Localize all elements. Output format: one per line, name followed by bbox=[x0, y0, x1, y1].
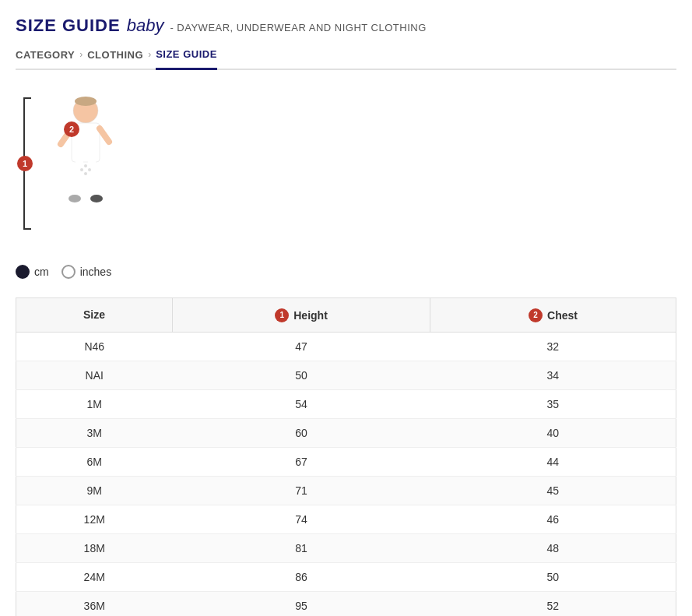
height-col-badge: 1 bbox=[275, 308, 289, 322]
height-badge: 1 bbox=[17, 156, 33, 171]
cell-chest: 52 bbox=[430, 591, 676, 616]
svg-line-4 bbox=[100, 128, 109, 142]
breadcrumb-item-clothing[interactable]: CLOTHING bbox=[87, 49, 143, 61]
table-row: 12M7446 bbox=[16, 505, 676, 533]
cell-chest: 45 bbox=[430, 476, 676, 505]
breadcrumb: CATEGORY › CLOTHING › SIZE GUIDE bbox=[16, 48, 676, 70]
image-measurement-area: 1 bbox=[16, 93, 676, 249]
inches-radio[interactable] bbox=[61, 265, 76, 279]
svg-line-6 bbox=[92, 162, 95, 195]
cm-radio[interactable] bbox=[16, 265, 30, 279]
table-header-row: Size 1 Height 2 Chest bbox=[16, 298, 676, 333]
title-size-guide: SIZE GUIDE bbox=[16, 16, 121, 36]
page-wrapper: SIZE GUIDE baby - DAYWEAR, UNDERWEAR AND… bbox=[0, 0, 692, 616]
size-table: Size 1 Height 2 Chest N464732NAI50341M54… bbox=[16, 297, 676, 616]
cell-size: 3M bbox=[16, 418, 173, 447]
col-header-height-icon: 1 Height bbox=[275, 308, 328, 322]
chevron-icon: › bbox=[79, 49, 83, 60]
breadcrumb-item-category[interactable]: CATEGORY bbox=[16, 49, 75, 61]
svg-point-11 bbox=[84, 172, 87, 175]
cell-size: 12M bbox=[16, 505, 173, 533]
col-header-size: Size bbox=[16, 298, 173, 333]
table-body: N464732NAI50341M54353M60406M67449M714512… bbox=[16, 332, 676, 616]
svg-point-10 bbox=[80, 168, 83, 171]
cell-size: 1M bbox=[16, 389, 173, 418]
col-header-chest-icon: 2 Chest bbox=[529, 308, 578, 322]
col-header-chest: 2 Chest bbox=[430, 298, 676, 333]
inches-option[interactable]: inches bbox=[61, 265, 111, 279]
chest-col-badge: 2 bbox=[529, 308, 543, 322]
cell-height: 47 bbox=[172, 332, 430, 361]
breadcrumb-item-size-guide[interactable]: SIZE GUIDE bbox=[156, 48, 217, 70]
table-row: 6M6744 bbox=[16, 447, 676, 476]
table-row: 9M7145 bbox=[16, 476, 676, 505]
cell-size: 18M bbox=[16, 533, 173, 562]
cell-chest: 48 bbox=[430, 533, 676, 562]
cell-chest: 35 bbox=[430, 389, 676, 418]
page-title-area: SIZE GUIDE baby - DAYWEAR, UNDERWEAR AND… bbox=[16, 16, 676, 36]
title-baby: baby bbox=[127, 16, 164, 36]
col-header-size-label: Size bbox=[83, 308, 105, 321]
measurement-image-container: 1 bbox=[16, 93, 140, 249]
cell-chest: 40 bbox=[430, 418, 676, 447]
svg-point-9 bbox=[84, 164, 87, 167]
cell-chest: 34 bbox=[430, 361, 676, 389]
table-header: Size 1 Height 2 Chest bbox=[16, 298, 676, 333]
cell-height: 54 bbox=[172, 389, 430, 418]
cell-size: 6M bbox=[16, 447, 173, 476]
cell-height: 60 bbox=[172, 418, 430, 447]
inches-label: inches bbox=[80, 266, 111, 278]
table-row: 18M8148 bbox=[16, 533, 676, 562]
svg-point-8 bbox=[90, 195, 103, 202]
cell-chest: 46 bbox=[430, 505, 676, 533]
cm-option[interactable]: cm bbox=[16, 265, 49, 279]
cell-chest: 32 bbox=[430, 332, 676, 361]
col-header-chest-label: Chest bbox=[547, 309, 578, 322]
cell-height: 67 bbox=[172, 447, 430, 476]
bracket-top bbox=[23, 97, 31, 99]
col-header-height: 1 Height bbox=[172, 298, 430, 333]
table-row: 3M6040 bbox=[16, 418, 676, 447]
table-row: N464732 bbox=[16, 332, 676, 361]
table-row: 24M8650 bbox=[16, 562, 676, 591]
unit-toggle: cm inches bbox=[16, 265, 676, 279]
table-row: NAI5034 bbox=[16, 361, 676, 389]
title-subtitle: - DAYWEAR, UNDERWEAR AND NIGHT CLOTHING bbox=[170, 22, 426, 33]
svg-point-7 bbox=[68, 195, 81, 202]
cell-size: N46 bbox=[16, 332, 173, 361]
svg-line-5 bbox=[76, 162, 79, 195]
cell-chest: 44 bbox=[430, 447, 676, 476]
cell-size: 36M bbox=[16, 591, 173, 616]
table-row: 1M5435 bbox=[16, 389, 676, 418]
svg-point-12 bbox=[88, 168, 91, 171]
bracket-bottom bbox=[23, 228, 31, 230]
col-header-height-label: Height bbox=[293, 309, 328, 322]
cell-chest: 50 bbox=[430, 562, 676, 591]
cell-height: 86 bbox=[172, 562, 430, 591]
chest-badge: 2 bbox=[64, 121, 79, 137]
chevron-icon: › bbox=[148, 49, 151, 60]
cm-label: cm bbox=[34, 266, 49, 278]
cell-height: 50 bbox=[172, 361, 430, 389]
baby-figure bbox=[31, 93, 125, 249]
svg-point-1 bbox=[75, 97, 97, 106]
cell-size: 24M bbox=[16, 562, 173, 591]
cell-height: 95 bbox=[172, 591, 430, 616]
cell-size: NAI bbox=[16, 361, 173, 389]
table-row: 36M9552 bbox=[16, 591, 676, 616]
cell-height: 74 bbox=[172, 505, 430, 533]
cell-height: 71 bbox=[172, 476, 430, 505]
cell-height: 81 bbox=[172, 533, 430, 562]
cell-size: 9M bbox=[16, 476, 173, 505]
